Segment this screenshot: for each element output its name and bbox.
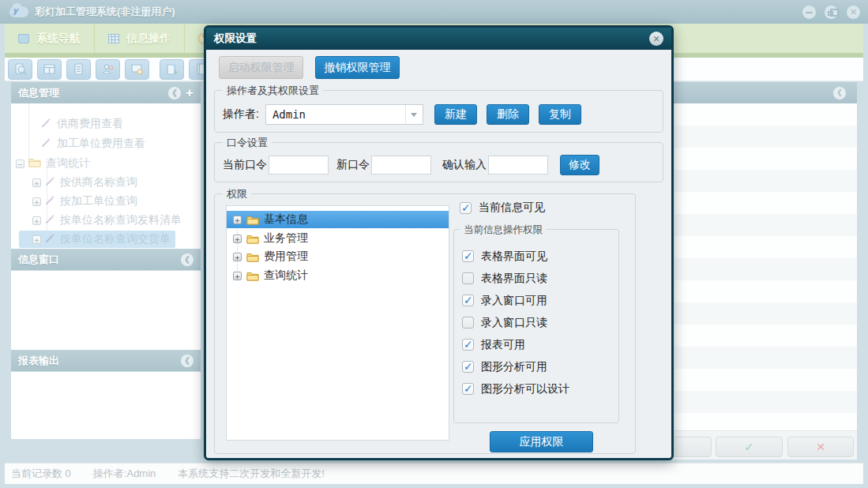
section-legend: 操作者及其权限设置 bbox=[223, 84, 323, 98]
wand-icon bbox=[45, 233, 55, 246]
new-password-field[interactable] bbox=[371, 156, 431, 175]
perm-row-entry-enabled: 录入窗口可用 bbox=[462, 295, 618, 306]
tree-item-label: 查询统计 bbox=[46, 156, 90, 171]
apply-permission-button[interactable]: 应用权限 bbox=[490, 431, 593, 452]
wand-icon bbox=[45, 195, 55, 208]
toolbar-users-button[interactable] bbox=[96, 59, 120, 80]
current-info-ops-group: 当前信息操作权限 表格界面可见 表格界面只读 录入窗口可用 bbox=[453, 229, 619, 423]
chevron-up-icon[interactable]: ❮ bbox=[181, 355, 194, 367]
expand-expander-icon[interactable] bbox=[233, 216, 242, 224]
close-button[interactable]: ✕ bbox=[847, 6, 860, 19]
checkbox-label: 图形分析可用 bbox=[481, 360, 547, 374]
tree-item-label: 基本信息 bbox=[264, 212, 308, 227]
permission-tree: 基本信息 业务管理 费用管理 查询统计 bbox=[226, 205, 449, 441]
sidebar-item-supplier-fee-view[interactable]: 供商费用查看 bbox=[11, 115, 201, 133]
users-icon bbox=[102, 63, 115, 76]
chevron-up-icon[interactable]: ❮ bbox=[833, 87, 846, 99]
chevron-left-icon[interactable]: ❮ bbox=[168, 87, 181, 99]
tab-system-navigation[interactable]: 系统导航 bbox=[5, 24, 95, 53]
cancel-button[interactable]: ✕ bbox=[787, 437, 854, 457]
panel-header-info-management[interactable]: 信息管理 ❮ + bbox=[11, 82, 201, 103]
panel-title: 信息管理 bbox=[18, 86, 59, 100]
record-count: 当前记录数 0 bbox=[11, 467, 71, 481]
sidebar-item-query-delivery-note-by-unit[interactable]: 按单位名称查询交货单 bbox=[11, 231, 201, 248]
chevron-down-icon[interactable] bbox=[405, 105, 423, 124]
minimize-button[interactable] bbox=[802, 6, 816, 19]
report-enabled-checkbox[interactable] bbox=[462, 339, 474, 351]
expand-expander-icon[interactable] bbox=[233, 235, 242, 243]
checkbox-label: 表格界面可见 bbox=[481, 250, 547, 264]
entry-readonly-checkbox[interactable] bbox=[462, 317, 474, 328]
expand-expander-icon[interactable] bbox=[233, 272, 242, 280]
expand-expander-icon[interactable] bbox=[32, 235, 41, 244]
info-window-panel bbox=[11, 271, 201, 350]
folder-icon bbox=[246, 234, 259, 244]
permission-section: 权限 基本信息 业务管理 费用管理 bbox=[214, 193, 636, 454]
grid-readonly-checkbox[interactable] bbox=[462, 272, 474, 284]
toolbar-table-button[interactable] bbox=[37, 59, 62, 80]
confirm-password-label: 确认输入 bbox=[442, 158, 487, 172]
perm-row-entry-readonly: 录入窗口只读 bbox=[462, 317, 618, 328]
current-info-visible-checkbox[interactable] bbox=[460, 202, 472, 214]
sidebar-item-processing-unit-fee-view[interactable]: 加工单位费用查看 bbox=[11, 135, 201, 152]
toolbar-document-button[interactable] bbox=[66, 59, 91, 80]
operator-combobox[interactable]: Admin bbox=[265, 104, 423, 125]
wand-icon bbox=[41, 137, 51, 150]
tab-label: 信息操作 bbox=[126, 32, 171, 46]
panel-header-info-window[interactable]: 信息窗口 ❮ bbox=[11, 249, 201, 270]
add-document-icon bbox=[166, 63, 178, 76]
copy-operator-button[interactable]: 复制 bbox=[539, 104, 581, 125]
confirm-password-field[interactable] bbox=[488, 156, 548, 175]
chevron-up-icon[interactable]: ❮ bbox=[181, 253, 194, 266]
expand-expander-icon[interactable] bbox=[32, 197, 41, 206]
perm-tree-item-basic-info[interactable]: 基本信息 bbox=[227, 211, 449, 228]
plus-icon[interactable]: + bbox=[186, 86, 194, 99]
entry-enabled-checkbox[interactable] bbox=[462, 295, 474, 306]
delete-operator-button[interactable]: 删除 bbox=[487, 104, 529, 125]
status-message: 本系统支持二次开发和全新开发! bbox=[178, 467, 325, 481]
expand-expander-icon[interactable] bbox=[32, 178, 41, 187]
expand-expander-icon[interactable] bbox=[32, 216, 41, 225]
dialog-title: 权限设置 bbox=[214, 32, 257, 46]
grid-icon bbox=[108, 34, 119, 43]
panel-header-report-output[interactable]: 报表输出 ❮ bbox=[11, 350, 201, 371]
perm-tree-item-business-mgmt[interactable]: 业务管理 bbox=[227, 230, 449, 247]
toolbar-preview-button[interactable] bbox=[8, 59, 32, 80]
checkbox-label: 当前信息可见 bbox=[479, 201, 545, 215]
toolbar-window-search-button[interactable] bbox=[125, 59, 149, 80]
modify-password-button[interactable]: 修改 bbox=[560, 155, 599, 175]
current-password-field[interactable] bbox=[269, 156, 329, 175]
chart-design-checkbox[interactable] bbox=[462, 383, 474, 395]
tree-item-label: 供商费用查看 bbox=[57, 117, 123, 131]
start-permission-button: 启动权限管理 bbox=[219, 56, 303, 79]
tab-info-operation[interactable]: 信息操作 bbox=[95, 24, 185, 53]
new-operator-button[interactable]: 新建 bbox=[434, 104, 477, 125]
sidebar-item-query-issue-list-by-unit[interactable]: 按单位名称查询发料清单 bbox=[11, 212, 201, 229]
window-titlebar: 彩灯加工管理系统(非注册用户) ✕ bbox=[0, 0, 868, 24]
operator-value: Admin bbox=[266, 108, 306, 121]
restore-button[interactable] bbox=[825, 6, 838, 19]
collapse-expander-icon[interactable] bbox=[16, 160, 24, 168]
sidebar-item-query-statistics[interactable]: 查询统计 bbox=[11, 155, 201, 172]
expand-expander-icon[interactable] bbox=[233, 253, 242, 261]
permission-settings-dialog: 权限设置 ✕ 启动权限管理 撤销权限管理 操作者及其权限设置 操作者: Admi… bbox=[204, 25, 674, 460]
tab-label: 系统导航 bbox=[36, 32, 81, 46]
revoke-permission-button[interactable]: 撤销权限管理 bbox=[315, 56, 400, 79]
chart-enabled-checkbox[interactable] bbox=[462, 361, 474, 373]
confirm-button[interactable]: ✓ bbox=[716, 437, 783, 457]
perm-tree-item-fee-mgmt[interactable]: 费用管理 bbox=[227, 248, 449, 265]
toolbar-add-document-button[interactable] bbox=[160, 59, 184, 80]
checkbox-label: 图形分析可以设计 bbox=[481, 382, 569, 396]
sidebar-item-query-by-supplier[interactable]: 按供商名称查询 bbox=[11, 174, 201, 191]
grid-visible-checkbox[interactable] bbox=[462, 250, 474, 262]
sidebar-item-query-by-processing-unit[interactable]: 按加工单位查询 bbox=[11, 193, 201, 210]
minimize-icon bbox=[806, 12, 813, 13]
perm-row-report-enabled: 报表可用 bbox=[462, 339, 618, 351]
dialog-close-button[interactable]: ✕ bbox=[649, 32, 663, 46]
checkbox-label: 报表可用 bbox=[481, 338, 525, 352]
current-info-visible-row: 当前信息可见 bbox=[460, 201, 545, 215]
dialog-titlebar[interactable]: 权限设置 ✕ bbox=[206, 28, 671, 50]
perm-row-grid-visible: 表格界面可见 bbox=[462, 250, 618, 262]
perm-tree-item-query-statistics[interactable]: 查询统计 bbox=[227, 267, 449, 284]
checkbox-label: 录入窗口只读 bbox=[481, 316, 547, 330]
